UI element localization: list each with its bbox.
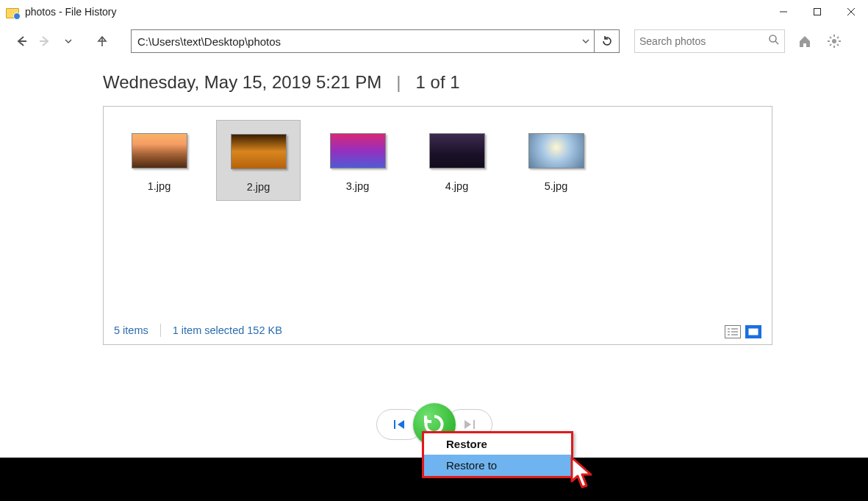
- svg-line-15: [837, 44, 839, 46]
- file-item[interactable]: 4.jpg: [415, 120, 499, 201]
- minimize-button[interactable]: [767, 0, 800, 24]
- file-item[interactable]: 5.jpg: [514, 120, 598, 201]
- snapshot-header: Wednesday, May 15, 2019 5:21 PM | 1 of 1: [0, 59, 868, 100]
- window-title: photos - File History: [25, 6, 116, 18]
- search-icon[interactable]: [768, 34, 780, 49]
- view-switcher: [725, 325, 761, 338]
- file-item[interactable]: 3.jpg: [315, 120, 400, 201]
- thumbnail-image: [429, 133, 485, 168]
- thumbnail-image: [231, 134, 287, 169]
- snapshot-position: 1 of 1: [416, 72, 460, 93]
- title-bar: photos - File History: [0, 0, 868, 24]
- svg-line-14: [830, 37, 831, 38]
- history-dropdown-icon[interactable]: [59, 32, 78, 51]
- refresh-button[interactable]: [594, 30, 619, 52]
- svg-rect-1: [814, 9, 821, 15]
- thumbnail-image: [528, 133, 584, 168]
- thumbnail-image: [132, 133, 187, 168]
- file-name: 1.jpg: [148, 180, 171, 192]
- address-input[interactable]: [132, 32, 578, 51]
- home-icon[interactable]: [795, 32, 814, 51]
- file-name: 2.jpg: [247, 181, 270, 193]
- context-menu-restore-to[interactable]: Restore to: [424, 455, 571, 476]
- address-dropdown-icon[interactable]: [578, 30, 594, 52]
- maximize-button[interactable]: [800, 0, 834, 24]
- svg-line-17: [830, 44, 831, 46]
- address-bar: [131, 29, 620, 53]
- details-view-icon[interactable]: [725, 325, 741, 338]
- svg-rect-24: [749, 329, 758, 335]
- item-count: 5 items: [114, 324, 148, 336]
- header-separator: |: [396, 72, 401, 93]
- svg-point-9: [832, 39, 836, 43]
- search-input[interactable]: [639, 35, 768, 47]
- snapshot-datetime: Wednesday, May 15, 2019 5:21 PM: [103, 72, 381, 93]
- svg-line-16: [837, 37, 839, 38]
- folder-icon: [6, 5, 19, 18]
- file-name: 3.jpg: [346, 180, 369, 192]
- window-controls: [767, 0, 868, 24]
- svg-line-8: [775, 41, 778, 44]
- back-button[interactable]: [12, 32, 31, 51]
- thumbnails-view-icon[interactable]: [745, 325, 761, 338]
- file-list-pane: 1.jpg 2.jpg 3.jpg 4.jpg 5.jpg 5 items 1 …: [103, 106, 772, 345]
- thumbnail-image: [330, 133, 386, 168]
- status-divider: [160, 324, 161, 337]
- up-button[interactable]: [93, 32, 112, 51]
- close-button[interactable]: [834, 0, 868, 24]
- thumbnail-row: 1.jpg 2.jpg 3.jpg 4.jpg 5.jpg: [117, 120, 758, 201]
- context-menu: Restore Restore to: [422, 431, 573, 478]
- file-name: 4.jpg: [445, 180, 468, 192]
- file-item[interactable]: 1.jpg: [117, 120, 201, 201]
- file-name: 5.jpg: [545, 180, 567, 192]
- svg-point-7: [770, 35, 776, 42]
- context-menu-restore[interactable]: Restore: [424, 433, 571, 455]
- selection-info: 1 item selected 152 KB: [173, 324, 282, 336]
- status-bar: 5 items 1 item selected 152 KB: [114, 324, 282, 337]
- forward-button[interactable]: [35, 32, 54, 51]
- gear-icon[interactable]: [825, 32, 844, 51]
- cursor-icon: [570, 456, 600, 494]
- file-item[interactable]: 2.jpg: [216, 120, 301, 201]
- navigation-toolbar: [0, 24, 868, 59]
- search-box: [634, 29, 785, 53]
